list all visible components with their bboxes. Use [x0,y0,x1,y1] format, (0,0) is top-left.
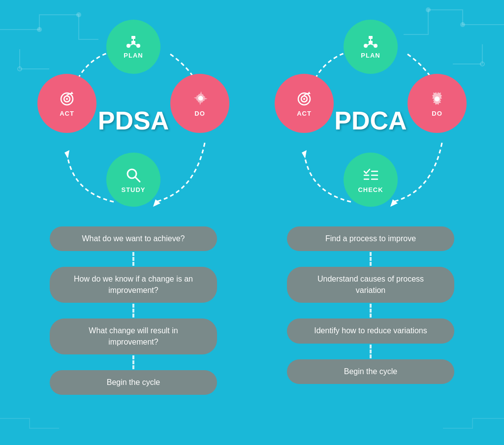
pdca-diagram: PLAN DO [265,15,476,226]
pdsa-plan-label: PLAN [124,52,143,59]
pdca-do-circle: DO [408,74,467,133]
pdca-step-3: Identify how to reduce variations [287,318,454,343]
pdsa-plan-circle: PLAN [106,20,160,74]
pdsa-step-1: What do we want to achieve? [50,226,217,251]
svg-line-19 [135,177,140,182]
svg-rect-30 [369,41,373,44]
svg-marker-26 [390,199,398,207]
pdca-step-1: Find a process to improve [287,226,454,251]
pdca-check-label: CHECK [358,186,383,193]
svg-marker-24 [70,92,73,94]
pdca-step-4: Begin the cycle [287,359,454,384]
pdca-connector-2 [370,304,372,318]
pdca-act-circle: ACT [275,74,334,133]
pdca-check-circle: CHECK [344,153,398,207]
pdsa-info-column: What do we want to achieve? How do we kn… [40,226,227,395]
pdsa-act-circle: ACT [37,74,96,133]
pdca-info-column: Find a process to improve Understand cau… [277,226,464,384]
svg-marker-7 [153,199,160,207]
pdsa-section: PLAN DO [28,15,239,395]
pdsa-step-3: What change will result in improvement? [50,318,217,354]
pdsa-study-circle: STUDY [106,153,160,207]
pdca-section: PLAN DO [265,15,476,395]
pdsa-do-circle: DO [170,74,229,133]
svg-rect-10 [131,36,135,39]
pdca-connector-3 [370,345,372,358]
svg-point-22 [66,98,68,100]
pdca-plan-circle: PLAN [344,20,398,74]
pdsa-diagram: PLAN DO [28,15,239,226]
pdsa-do-label: DO [194,110,205,117]
pdca-plan-label: PLAN [361,52,380,59]
pdsa-study-label: STUDY [121,186,145,193]
diagrams-row: PLAN DO [0,0,504,400]
svg-marker-27 [302,150,307,159]
pdca-act-label: ACT [297,110,312,117]
pdsa-step-4: Begin the cycle [50,370,217,395]
pdca-do-label: DO [432,110,442,117]
pdsa-connector-3 [132,355,134,369]
pdsa-connector-1 [132,252,134,266]
pdca-connector-1 [370,252,372,266]
pdsa-title: PDSA [98,106,169,135]
pdsa-connector-2 [132,304,134,318]
svg-point-44 [303,98,305,100]
pdca-title: PDCA [334,106,407,135]
svg-marker-8 [64,150,69,159]
svg-rect-29 [369,36,373,39]
svg-rect-11 [131,41,135,44]
main-content: PLAN DO [0,0,504,445]
pdca-step-2: Understand causes of process variation [287,267,454,303]
pdsa-act-label: ACT [60,110,74,117]
svg-marker-46 [308,92,311,94]
pdsa-step-2: How do we know if a change is an improve… [50,267,217,303]
